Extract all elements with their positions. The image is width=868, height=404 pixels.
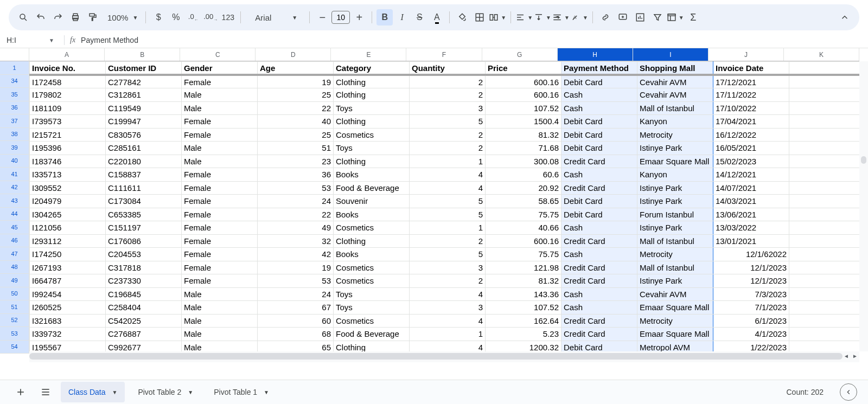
col-header-I[interactable]: I xyxy=(633,48,709,61)
cell[interactable]: Cash xyxy=(561,248,637,261)
cell[interactable]: Istinye Park xyxy=(637,195,713,208)
cell[interactable]: 24 xyxy=(258,287,334,301)
cell[interactable]: 300.08 xyxy=(486,155,561,168)
cell[interactable]: I339732 xyxy=(30,328,106,341)
cell[interactable]: 7/3/2023 xyxy=(713,287,789,301)
cell[interactable]: Male xyxy=(182,155,258,168)
cell[interactable]: Debit Card xyxy=(561,75,637,88)
cell[interactable]: 60.6 xyxy=(486,168,561,182)
font-dropdown[interactable]: Arial▼ xyxy=(245,9,305,25)
cell[interactable]: 4 xyxy=(410,341,486,351)
col-header-D[interactable]: D xyxy=(256,48,331,61)
filter-button[interactable] xyxy=(649,9,666,25)
cell[interactable] xyxy=(789,221,860,235)
name-box[interactable]: H:I▼ xyxy=(4,36,59,44)
sheet-tab-pivot2[interactable]: Pivot Table 2▼ xyxy=(130,382,201,402)
cell[interactable]: C111611 xyxy=(106,181,182,195)
fill-color-button[interactable] xyxy=(454,9,470,25)
cell[interactable]: Gender xyxy=(182,62,258,75)
redo-icon[interactable] xyxy=(50,9,66,25)
cell[interactable]: 22 xyxy=(258,208,334,221)
cell[interactable]: Male xyxy=(182,328,258,341)
cell[interactable]: 13/06/2021 xyxy=(713,208,789,221)
cell[interactable]: Food & Beverage xyxy=(334,181,410,195)
row-header-34[interactable]: 34 xyxy=(0,75,29,88)
cell[interactable]: Toys xyxy=(334,101,410,115)
formula-input[interactable]: Payment Method xyxy=(81,36,138,44)
cell[interactable]: Female xyxy=(182,115,258,129)
cell[interactable]: Debit Card xyxy=(561,142,637,155)
link-button[interactable] xyxy=(597,9,614,25)
cell[interactable]: 1 xyxy=(410,328,486,341)
cell[interactable]: 14/07/2021 xyxy=(713,181,789,195)
cell[interactable]: 2 xyxy=(410,128,486,142)
cell[interactable]: 1500.4 xyxy=(486,115,561,129)
cell[interactable]: 7/1/2023 xyxy=(713,301,789,315)
cell[interactable] xyxy=(789,155,860,168)
more-formats-icon[interactable]: 123 xyxy=(220,9,236,25)
cell[interactable]: 107.52 xyxy=(486,101,561,115)
cell[interactable]: 162.64 xyxy=(486,314,561,328)
cell[interactable]: Cash xyxy=(561,301,637,315)
cell[interactable] xyxy=(789,261,860,274)
cell[interactable]: Toys xyxy=(334,142,410,155)
cell[interactable] xyxy=(789,341,860,351)
increase-decimal-icon[interactable]: .00→ xyxy=(202,9,219,25)
cell[interactable]: Category xyxy=(334,62,410,75)
cell[interactable]: 4 xyxy=(410,314,486,328)
cell[interactable]: C176086 xyxy=(106,234,182,248)
cell[interactable]: Books xyxy=(334,248,410,261)
cell[interactable]: Credit Card xyxy=(561,261,637,274)
col-header-C[interactable]: C xyxy=(180,48,256,61)
row-header-40[interactable]: 40 xyxy=(0,155,29,168)
cell[interactable]: 53 xyxy=(258,181,334,195)
col-header-H[interactable]: H xyxy=(558,48,633,61)
cell[interactable]: Female xyxy=(182,75,258,88)
explore-collapse-button[interactable] xyxy=(840,383,857,401)
cell[interactable]: Clothing xyxy=(334,75,410,88)
cell[interactable]: 60 xyxy=(258,314,334,328)
cell[interactable]: 2 xyxy=(410,142,486,155)
cell[interactable]: Debit Card xyxy=(561,208,637,221)
cell[interactable] xyxy=(789,62,860,75)
cell[interactable]: I260525 xyxy=(30,301,106,315)
filter-views-button[interactable]: ▼ xyxy=(667,9,684,25)
cell[interactable]: Cosmetics xyxy=(334,314,410,328)
cell[interactable]: 22 xyxy=(258,101,334,115)
cell[interactable]: Metropol AVM xyxy=(637,341,713,351)
row-header-36[interactable]: 36 xyxy=(0,101,29,115)
cell[interactable]: Shopping Mall xyxy=(637,62,713,75)
cell[interactable]: 42 xyxy=(258,248,334,261)
cell[interactable] xyxy=(789,274,860,288)
row-header-43[interactable]: 43 xyxy=(0,194,29,208)
cell[interactable]: Male xyxy=(182,301,258,315)
cell[interactable]: Kanyon xyxy=(637,168,713,182)
cell[interactable]: Mall of Istanbul xyxy=(637,234,713,248)
cell[interactable]: 53 xyxy=(258,274,334,288)
cell[interactable]: Female xyxy=(182,168,258,182)
cell[interactable]: 4 xyxy=(410,287,486,301)
cell[interactable]: 1200.32 xyxy=(486,341,561,351)
percent-icon[interactable]: % xyxy=(168,9,184,25)
currency-icon[interactable]: $ xyxy=(150,9,167,25)
cell[interactable]: C199947 xyxy=(106,115,182,129)
sheet-tab-active[interactable]: Class Data▼ xyxy=(61,382,125,402)
cell[interactable]: Credit Card xyxy=(561,314,637,328)
row-header-38[interactable]: 38 xyxy=(0,128,29,142)
cell[interactable] xyxy=(789,195,860,208)
cell[interactable]: 12/1/62022 xyxy=(713,248,789,261)
cell[interactable] xyxy=(789,208,860,221)
cell[interactable]: 4/1/2023 xyxy=(713,328,789,341)
cell[interactable]: Debit Card xyxy=(561,128,637,142)
cell[interactable]: I179802 xyxy=(30,88,106,102)
row-header-1[interactable]: 1 xyxy=(0,61,29,75)
cell[interactable]: Cash xyxy=(561,287,637,301)
cell[interactable]: 49 xyxy=(258,221,334,235)
cell[interactable]: Female xyxy=(182,128,258,142)
cell[interactable]: I121056 xyxy=(30,221,106,235)
cells-area[interactable]: Invoice No.Customer IDGenderAgeCategoryQ… xyxy=(29,61,859,351)
cell[interactable]: Debit Card xyxy=(561,115,637,129)
row-header-47[interactable]: 47 xyxy=(0,247,29,261)
cell[interactable]: 17/11/2022 xyxy=(713,88,789,102)
row-header-44[interactable]: 44 xyxy=(0,208,29,221)
